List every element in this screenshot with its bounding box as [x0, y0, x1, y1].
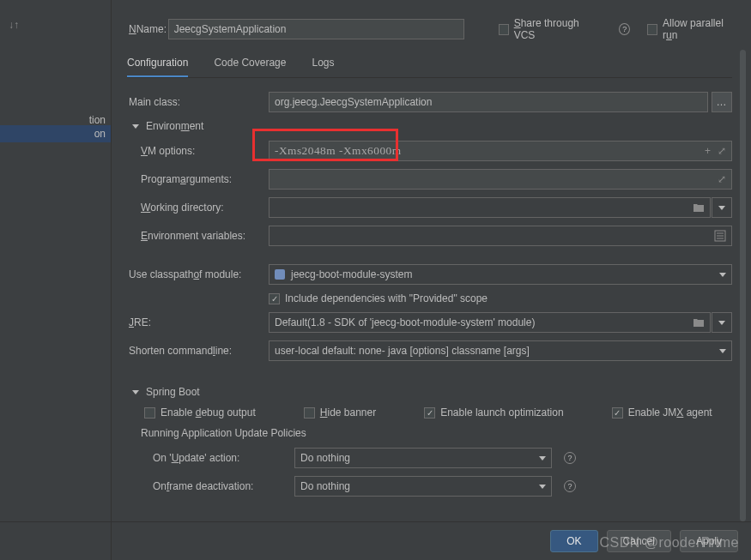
on-update-label: On 'Update' action:: [127, 452, 294, 464]
program-args-label: Program arguments:: [127, 173, 269, 185]
help-icon[interactable]: ?: [619, 23, 630, 35]
classpath-select[interactable]: jeecg-boot-module-system: [269, 264, 732, 285]
jre-field[interactable]: Default (1.8 - SDK of 'jeecg-boot-module…: [269, 312, 732, 333]
classpath-label: Use classpath of module:: [127, 268, 269, 280]
ellipsis-icon: …: [717, 96, 728, 108]
apply-button[interactable]: Apply: [680, 530, 738, 552]
vm-options-label: VM options:: [127, 145, 269, 157]
spring-boot-section[interactable]: Spring Boot: [132, 386, 751, 398]
on-update-select[interactable]: Do nothing: [294, 448, 552, 468]
tab-logs[interactable]: Logs: [312, 57, 334, 77]
expand-icon[interactable]: ⤢: [718, 170, 726, 189]
chevron-down-icon: [132, 390, 139, 394]
shorten-label: Shorten command line:: [127, 345, 269, 357]
parallel-run-checkbox[interactable]: Allow parallel run: [647, 17, 734, 41]
env-vars-label: Environment variables:: [127, 230, 269, 242]
module-icon: [275, 269, 285, 280]
scrollbar[interactable]: [740, 50, 746, 521]
shorten-select[interactable]: user-local default: none - java [options…: [269, 340, 732, 361]
working-dir-label: Working directory:: [127, 202, 269, 214]
debug-output-checkbox[interactable]: Enable debug output: [144, 406, 256, 418]
main-class-label: Main class:: [127, 96, 269, 108]
folder-icon[interactable]: [693, 317, 705, 328]
name-field[interactable]: JeecgSystemApplication: [168, 19, 464, 39]
browse-class-button[interactable]: …: [712, 92, 732, 112]
list-icon[interactable]: [714, 230, 726, 242]
launch-opt-checkbox[interactable]: Enable launch optimization: [424, 406, 563, 418]
cancel-button[interactable]: Cancel: [607, 530, 671, 552]
folder-icon[interactable]: [693, 202, 705, 213]
vm-options-input[interactable]: [275, 144, 705, 158]
env-vars-field[interactable]: [269, 226, 732, 246]
dialog-footer: OK Cancel Apply: [0, 521, 751, 560]
help-icon[interactable]: ?: [564, 480, 576, 492]
expand-icon[interactable]: ⤢: [718, 142, 726, 160]
dropdown-button[interactable]: [712, 312, 732, 333]
on-frame-select[interactable]: Do nothing: [294, 476, 552, 497]
left-tree-panel: ↓↑ tion on: [0, 0, 112, 560]
ok-button[interactable]: OK: [550, 530, 597, 552]
program-args-field[interactable]: ⤢: [269, 169, 732, 190]
dropdown-button[interactable]: [712, 197, 732, 218]
include-deps-checkbox[interactable]: Include dependencies with "Provided" sco…: [269, 292, 488, 304]
tree-item-selected[interactable]: on: [0, 125, 111, 142]
jre-label: JRE:: [127, 316, 269, 328]
tab-configuration[interactable]: Configuration: [127, 57, 188, 77]
main-panel: NName: JeecgSystemApplication Share thro…: [112, 0, 751, 521]
working-dir-field[interactable]: [269, 197, 732, 218]
help-icon[interactable]: ?: [564, 452, 576, 464]
update-policies-label: Running Application Update Policies: [127, 427, 751, 439]
vm-options-field[interactable]: +⤢: [269, 141, 732, 161]
plus-icon[interactable]: +: [705, 142, 711, 160]
hide-banner-checkbox[interactable]: Hide banner: [304, 406, 376, 418]
name-label: NName:: [127, 23, 168, 35]
jmx-agent-checkbox[interactable]: Enable JMX agent: [612, 406, 712, 418]
tab-code-coverage[interactable]: Code Coverage: [214, 57, 286, 77]
chevron-down-icon: [132, 124, 139, 129]
main-class-field[interactable]: org.jeecg.JeecgSystemApplication: [269, 92, 708, 112]
share-vcs-checkbox[interactable]: Share through VCS: [499, 17, 595, 41]
sort-icon[interactable]: ↓↑: [9, 19, 19, 31]
on-frame-label: On frame deactivation:: [127, 480, 294, 492]
tab-bar: Configuration Code Coverage Logs: [127, 57, 732, 78]
environment-section[interactable]: Environment: [132, 120, 751, 132]
